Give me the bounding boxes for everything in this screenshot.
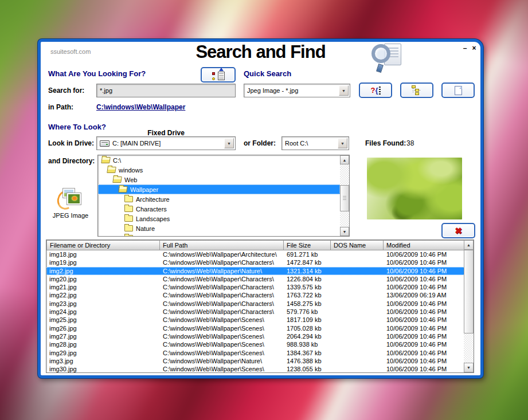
tree-scrollbar-thumb[interactable] xyxy=(340,185,349,211)
tree-item-architecture[interactable]: Architecture xyxy=(98,194,340,204)
cell-filename: img22.jpg xyxy=(46,291,160,299)
tree-scrollbar[interactable]: ▲ ▼ xyxy=(340,155,349,236)
tree-item-label: Nature xyxy=(136,225,155,232)
document-icon xyxy=(455,86,462,95)
cell-filesize: 1321.314 kb xyxy=(284,267,331,275)
cell-fullpath: C:\windows\Web\Wallpaper\Scenes\ xyxy=(160,324,284,332)
tree-item-label: windows xyxy=(119,167,143,174)
folder-tree-button[interactable] xyxy=(400,83,433,98)
cell-filename: img18.jpg xyxy=(46,250,160,258)
file-type-label: JPEG Image xyxy=(44,212,97,219)
scroll-down-icon[interactable]: ▼ xyxy=(340,227,349,236)
column-header-fullpath[interactable]: Full Path xyxy=(160,240,284,250)
cell-filename: img26.jpg xyxy=(46,324,160,332)
table-row[interactable]: img27.jpgC:\windows\Web\Wallpaper\Scenes… xyxy=(46,332,465,340)
chevron-down-icon[interactable]: ▼ xyxy=(338,138,347,148)
cell-filename: img3.jpg xyxy=(46,357,160,365)
report-options-button[interactable] xyxy=(201,67,236,83)
cell-dosname xyxy=(331,308,384,316)
cell-filename: img25.jpg xyxy=(46,316,160,324)
tree-item-label: Samsung xyxy=(136,235,162,237)
cell-filesize: 1339.575 kb xyxy=(284,283,331,291)
table-row[interactable]: img28.jpgC:\windows\Web\Wallpaper\Scenes… xyxy=(46,340,465,348)
search-and-find-logo-icon xyxy=(371,42,404,72)
column-header-modified[interactable]: Modified xyxy=(384,240,465,250)
cell-modified: 10/06/2009 10:46 PM xyxy=(384,340,465,348)
directory-tree-items[interactable]: C:\windowsWebWallpaperArchitectureCharac… xyxy=(98,155,340,236)
tree-item-c[interactable]: C:\ xyxy=(98,155,340,165)
table-row[interactable]: img19.jpgC:\windows\Web\Wallpaper\Charac… xyxy=(46,258,465,266)
cell-modified: 10/06/2009 10:46 PM xyxy=(384,258,465,266)
column-header-filename[interactable]: Filename or Directory xyxy=(46,240,160,250)
cell-filesize: 1238.055 kb xyxy=(284,365,331,373)
table-row[interactable]: img24.jpgC:\windows\Web\Wallpaper\Charac… xyxy=(46,308,465,316)
search-help-button[interactable]: ?{ xyxy=(359,83,392,98)
table-row[interactable]: img22.jpgC:\windows\Web\Wallpaper\Charac… xyxy=(46,291,465,299)
tree-item-wallpaper[interactable]: Wallpaper xyxy=(98,185,340,194)
open-folder-icon xyxy=(118,186,128,193)
tree-item-windows[interactable]: windows xyxy=(98,165,340,175)
search-input[interactable]: *.jpg xyxy=(96,84,236,97)
delete-result-button[interactable]: ✖ xyxy=(441,223,475,238)
table-row[interactable]: img29.jpgC:\windows\Web\Wallpaper\Scenes… xyxy=(46,349,465,357)
tree-item-samsung[interactable]: Samsung xyxy=(98,233,340,236)
column-header-filesize[interactable]: File Size xyxy=(284,240,331,250)
column-header-dosname[interactable]: DOS Name xyxy=(331,240,384,250)
path-link[interactable]: C:\windows\Web\Wallpaper xyxy=(96,103,185,111)
cell-dosname xyxy=(331,349,384,357)
chevron-down-icon[interactable]: ▼ xyxy=(224,138,234,148)
results-scrollbar-thumb[interactable] xyxy=(464,250,474,333)
table-row[interactable]: img25.jpgC:\windows\Web\Wallpaper\Scenes… xyxy=(46,316,465,324)
drive-dropdown[interactable]: C: [MAIN DRIVE] ▼ xyxy=(96,136,236,150)
directory-tree[interactable]: C:\windowsWebWallpaperArchitectureCharac… xyxy=(97,155,350,237)
results-scrollbar[interactable]: ▲ ▼ xyxy=(464,240,474,372)
table-row[interactable]: img2.jpgC:\windows\Web\Wallpaper\Nature\… xyxy=(46,267,465,275)
cell-fullpath: C:\windows\Web\Wallpaper\Characters\ xyxy=(160,308,284,316)
cell-filename: img2.jpg xyxy=(46,267,160,275)
quick-search-dropdown[interactable]: Jpeg Image - *.jpg ▼ xyxy=(244,84,350,97)
new-document-button[interactable] xyxy=(441,83,475,98)
results-table-body[interactable]: img18.jpgC:\windows\Web\Wallpaper\Archit… xyxy=(46,250,465,372)
cell-filename: img28.jpg xyxy=(46,340,160,348)
table-row[interactable]: img20.jpgC:\windows\Web\Wallpaper\Charac… xyxy=(46,275,465,283)
closed-folder-icon xyxy=(124,235,133,236)
open-folder-icon xyxy=(101,157,111,163)
table-row[interactable]: img30.jpgC:\windows\Web\Wallpaper\Scenes… xyxy=(46,365,465,373)
cell-fullpath: C:\windows\Web\Wallpaper\Scenes\ xyxy=(160,332,284,340)
cell-filename: img30.jpg xyxy=(46,365,160,373)
cell-fullpath: C:\windows\Web\Wallpaper\Characters\ xyxy=(160,275,284,283)
table-row[interactable]: img3.jpgC:\windows\Web\Wallpaper\Nature\… xyxy=(46,357,465,365)
cell-fullpath: C:\windows\Web\Wallpaper\Scenes\ xyxy=(160,349,284,357)
cell-filename: img19.jpg xyxy=(46,258,160,266)
minimize-button[interactable]: – xyxy=(460,44,470,53)
tree-item-characters[interactable]: Characters xyxy=(98,204,340,214)
tree-item-nature[interactable]: Nature xyxy=(98,223,340,233)
table-row[interactable]: img21.jpgC:\windows\Web\Wallpaper\Charac… xyxy=(46,283,465,291)
table-row[interactable]: img18.jpgC:\windows\Web\Wallpaper\Archit… xyxy=(46,250,465,258)
cell-dosname xyxy=(331,332,384,340)
cell-dosname xyxy=(331,316,384,324)
tree-item-label: Web xyxy=(124,176,137,183)
looking-for-heading: What Are You Looking For? xyxy=(48,69,146,78)
table-row[interactable]: img23.jpgC:\windows\Web\Wallpaper\Charac… xyxy=(46,300,465,308)
scroll-down-icon[interactable]: ▼ xyxy=(464,363,474,372)
cell-dosname xyxy=(331,291,384,299)
cell-filesize: 1458.275 kb xyxy=(284,300,331,308)
cell-dosname xyxy=(331,340,384,348)
cell-dosname xyxy=(331,258,384,266)
scroll-up-icon[interactable]: ▲ xyxy=(340,155,349,164)
tree-item-label: C:\ xyxy=(113,157,121,164)
folder-dropdown[interactable]: Root C:\ ▼ xyxy=(281,136,349,150)
cell-fullpath: C:\windows\Web\Wallpaper\Characters\ xyxy=(160,300,284,308)
chevron-down-icon[interactable]: ▼ xyxy=(339,85,349,96)
cell-modified: 10/06/2009 10:46 PM xyxy=(384,357,465,365)
table-row[interactable]: img26.jpgC:\windows\Web\Wallpaper\Scenes… xyxy=(46,324,465,332)
tree-item-web[interactable]: Web xyxy=(98,175,340,185)
tree-item-label: Architecture xyxy=(136,196,170,203)
results-table[interactable]: Filename or Directory Full Path File Siz… xyxy=(46,240,474,373)
jpeg-file-type-icon xyxy=(57,188,83,211)
results-table-header[interactable]: Filename or Directory Full Path File Siz… xyxy=(46,240,465,250)
scroll-up-icon[interactable]: ▲ xyxy=(464,240,474,250)
tree-item-landscapes[interactable]: Landscapes xyxy=(98,214,340,223)
close-button[interactable]: × xyxy=(470,44,479,53)
